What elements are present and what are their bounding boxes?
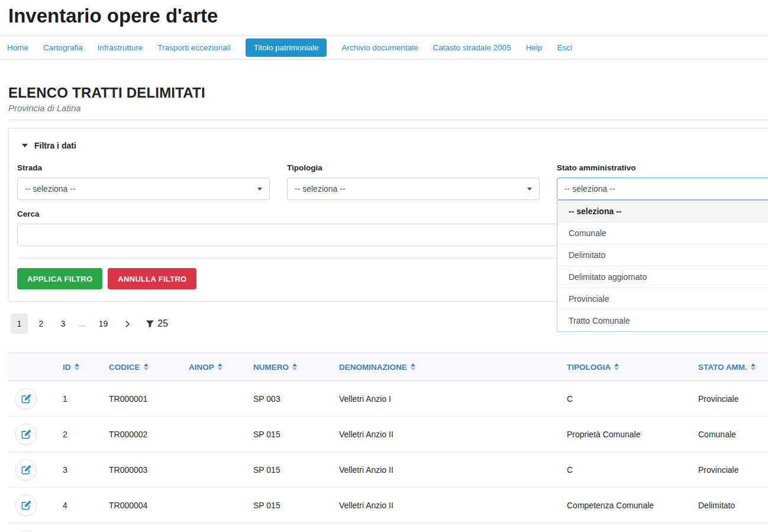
nav-item-archivio-documentale[interactable]: Archivio documentale <box>341 43 418 52</box>
filter-panel: Filtra i dati Strada -- seleziona -- Tip… <box>8 128 768 302</box>
cell-denominazione: Velletri Anzio II <box>332 452 560 488</box>
col-header-tipologia[interactable]: TIPOLOGIA <box>560 353 691 381</box>
edit-button[interactable] <box>15 424 37 445</box>
col-header-label: AINOP <box>189 363 214 372</box>
page-subtitle: Provincia di Latina <box>8 103 768 114</box>
edit-button[interactable] <box>15 530 37 532</box>
nav-item-cartografia[interactable]: Cartografia <box>43 43 83 52</box>
page-size-value: 25 <box>157 318 168 329</box>
stato-option-seleziona[interactable]: -- seleziona -- <box>557 201 768 222</box>
col-header-label: TIPOLOGIA <box>567 363 611 372</box>
cell-edit <box>8 488 56 523</box>
table-body: 1TR000001SP 003Velletri Anzio ICProvinci… <box>8 381 768 532</box>
strada-select[interactable]: -- seleziona -- <box>17 178 270 200</box>
stato-select[interactable]: -- seleziona -- <box>557 178 768 200</box>
edit-button[interactable] <box>15 388 37 410</box>
col-header-label: DENOMINAZIONE <box>339 363 407 372</box>
filter-field-stato: Stato amministrativo -- seleziona -- -- … <box>557 163 768 200</box>
tipologia-select[interactable]: -- seleziona -- <box>287 178 540 200</box>
main-nav-bar: HomeCartografiaInfrastruttureTrasporti e… <box>0 36 768 60</box>
cell-stato: Provinciale <box>691 523 768 532</box>
pagination-page-2[interactable]: 2 <box>33 314 50 334</box>
cell-edit <box>8 452 56 488</box>
cell-codice: TR000005 <box>102 523 182 532</box>
cell-numero: SP 015 <box>246 417 332 452</box>
cancel-filter-button[interactable]: ANNULLA FILTRO <box>108 268 196 289</box>
tipologia-select-value: -- seleziona -- <box>295 184 346 194</box>
pagination-page-1[interactable]: 1 <box>11 314 28 334</box>
filter-field-strada: Strada -- seleziona -- <box>17 163 270 200</box>
stato-option-comunale[interactable]: Comunale <box>557 222 768 244</box>
cell-tipologia: Competenza Comunale <box>560 488 691 523</box>
nav-item-esci[interactable]: Esci <box>557 43 572 52</box>
col-header-stato-amm[interactable]: STATO AMM. <box>691 353 768 381</box>
pagination-page-3[interactable]: 3 <box>54 314 72 334</box>
strada-label: Strada <box>17 163 270 173</box>
stato-label: Stato amministrativo <box>557 163 768 173</box>
cell-tipologia: C <box>560 452 691 488</box>
cell-stato: Comunale <box>691 417 768 452</box>
cell-tipologia: Proprietà Comunale <box>560 417 691 452</box>
table-row: 1TR000001SP 003Velletri Anzio ICProvinci… <box>8 381 768 417</box>
sort-icon <box>218 363 222 370</box>
page-size-control[interactable]: 25 <box>146 318 168 329</box>
col-header-label: CODICE <box>109 363 140 372</box>
pagination-next-button[interactable] <box>118 314 137 334</box>
page: Inventario opere d'arte HomeCartografiaI… <box>0 0 768 532</box>
cell-denominazione: Velletri Anzio I <box>332 381 560 417</box>
cell-ainop <box>182 488 246 523</box>
col-header-label: STATO AMM. <box>698 363 747 372</box>
cell-denominazione: Velletri Anzio II <box>332 488 560 523</box>
edit-button[interactable] <box>15 495 37 516</box>
cell-numero: SP 003 <box>246 381 332 417</box>
edit-icon <box>21 501 31 510</box>
edit-button[interactable] <box>15 459 37 481</box>
sort-icon <box>292 363 297 370</box>
stato-option-delimitato-aggiornato[interactable]: Delimitato aggiornato <box>557 266 768 288</box>
nav-item-catasto-stradale-2005[interactable]: Catasto stradale 2005 <box>433 43 511 52</box>
cell-ainop <box>182 381 246 417</box>
nav-item-home[interactable]: Home <box>7 43 28 52</box>
table-row: 4TR000004SP 015Velletri Anzio IICompeten… <box>8 488 768 523</box>
page-title: ELENCO TRATTI DELIMITATI <box>8 85 768 101</box>
sort-icon <box>411 363 415 370</box>
cell-id: 4 <box>56 488 102 523</box>
col-header-codice[interactable]: CODICE <box>102 353 182 381</box>
caret-down-icon <box>257 188 262 191</box>
divider <box>8 120 768 120</box>
cell-id: 3 <box>56 452 102 488</box>
col-header-label: NUMERO <box>253 363 289 372</box>
cell-edit <box>8 381 56 417</box>
col-header-edit <box>8 353 56 381</box>
col-header-numero[interactable]: NUMERO <box>246 353 332 381</box>
cell-stato: Provinciale <box>691 452 768 488</box>
filter-panel-toggle[interactable]: Filtra i dati <box>22 141 768 150</box>
cell-id: 1 <box>56 381 102 417</box>
pagination-page-19[interactable]: 19 <box>93 314 114 334</box>
nav-item-titolo-patrimoniale[interactable]: Titolo patrimoniale <box>246 38 327 57</box>
nav-item-infrastrutture[interactable]: Infrastrutture <box>98 43 143 52</box>
strada-select-value: -- seleziona -- <box>25 184 76 194</box>
tipologia-label: Tipologia <box>287 163 540 173</box>
table-row: 5TR000005SP 015Velletri Anzio IICProvinc… <box>8 523 768 532</box>
col-header-ainop[interactable]: AINOP <box>182 353 246 381</box>
stato-select-value: -- seleziona -- <box>564 184 615 194</box>
apply-filter-button[interactable]: APPLICA FILTRO <box>17 268 102 289</box>
cell-numero: SP 015 <box>246 452 332 488</box>
stato-option-tratto-comunale[interactable]: Tratto Comunale <box>557 309 768 331</box>
cell-denominazione: Velletri Anzio II <box>332 417 560 452</box>
stato-option-provinciale[interactable]: Provinciale <box>557 288 768 309</box>
cell-edit <box>8 417 56 452</box>
stato-dropdown-list: -- seleziona --ComunaleDelimitatoDelimit… <box>557 200 768 332</box>
col-header-denominazione[interactable]: DENOMINAZIONE <box>332 353 560 381</box>
col-header-id[interactable]: ID <box>56 353 102 381</box>
cell-id: 2 <box>56 417 102 452</box>
cell-codice: TR000004 <box>102 488 182 523</box>
nav-item-trasporti-eccezionali[interactable]: Trasporti eccezionali <box>157 43 230 52</box>
cell-tipologia: C <box>560 523 691 532</box>
cell-codice: TR000003 <box>102 452 182 488</box>
cell-stato: Delimitato <box>691 488 768 523</box>
nav-item-help[interactable]: Help <box>526 43 543 52</box>
caret-down-icon <box>527 188 532 191</box>
stato-option-delimitato[interactable]: Delimitato <box>557 244 768 266</box>
